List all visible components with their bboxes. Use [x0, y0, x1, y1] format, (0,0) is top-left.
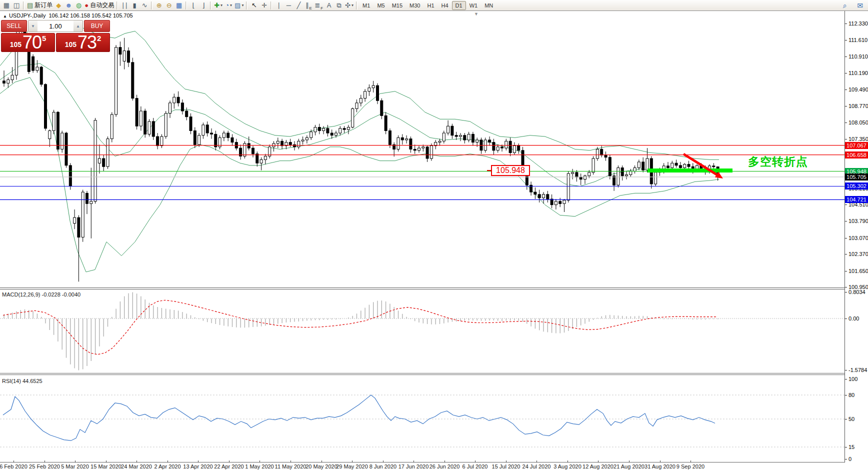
- bar-chart-icon[interactable]: ∣∣: [120, 0, 130, 10]
- time-tick: [568, 460, 568, 462]
- chart-ohlc-header: ▲USDJPY-,Daily106.142 106.158 105.542 10…: [3, 12, 136, 18]
- vertical-line-icon[interactable]: ∣: [274, 0, 284, 10]
- pane-separator[interactable]: [0, 288, 844, 288]
- annotation-text[interactable]: 多空转折点: [748, 154, 808, 170]
- trendline-icon: ╱: [296, 2, 300, 8]
- candle-body: [44, 84, 47, 128]
- chevron-down-icon[interactable]: ▾: [352, 3, 354, 8]
- text-icon[interactable]: A: [324, 0, 334, 10]
- candle-body: [554, 202, 557, 205]
- text-icon: A: [327, 2, 332, 8]
- timeframe-h4[interactable]: H4: [438, 1, 452, 10]
- tile-windows-icon[interactable]: ▦: [174, 0, 184, 10]
- cursor-icon[interactable]: ↖: [249, 0, 259, 10]
- price-label-box[interactable]: 105.948: [491, 165, 530, 176]
- time-tick: [229, 460, 230, 462]
- pane-separator[interactable]: [0, 374, 844, 375]
- channel-icon[interactable]: ∥E: [304, 0, 314, 10]
- candle-body: [276, 141, 279, 144]
- metaeditor-icon[interactable]: ◆: [54, 0, 64, 10]
- candle-body: [61, 133, 64, 149]
- candle-body: [460, 136, 462, 136]
- arrows-icon[interactable]: ✣▾: [344, 0, 354, 10]
- signal-icon: ◍: [76, 2, 82, 8]
- candle-body: [426, 147, 428, 158]
- chevron-down-icon[interactable]: ▾: [230, 3, 232, 8]
- timeframe-mn[interactable]: MN: [481, 1, 496, 10]
- search-icon[interactable]: ⌕: [840, 0, 850, 10]
- macd-tick-label: 0.8034: [848, 289, 866, 295]
- timeframe-m1[interactable]: M1: [359, 1, 374, 10]
- timeframe-m15[interactable]: M15: [388, 1, 406, 10]
- candlestick-chart-icon[interactable]: ▮: [130, 0, 140, 10]
- pane-separator[interactable]: [0, 289, 844, 290]
- sell-button[interactable]: SELL: [1, 20, 27, 32]
- time-tick: [383, 460, 384, 462]
- toolbar-separator: [23, 2, 24, 10]
- chart-shift-icon[interactable]: ▼: [474, 12, 478, 16]
- sell-price-display[interactable]: 105705: [1, 33, 55, 52]
- support-zone-bar[interactable]: [648, 168, 732, 172]
- periods-icon: ◔: [225, 2, 229, 8]
- candle-body: [98, 158, 100, 163]
- zoom-out-icon[interactable]: ⊖: [164, 0, 174, 10]
- timeframe-m30[interactable]: M30: [406, 1, 424, 10]
- candle-body: [472, 134, 474, 142]
- auto-arrange-icon[interactable]: ⌊: [188, 0, 198, 10]
- candle-body: [447, 126, 450, 133]
- candle-body: [339, 128, 342, 133]
- candle-body: [368, 88, 370, 92]
- zoom-in-icon[interactable]: ⊕: [154, 0, 164, 10]
- chevron-down-icon[interactable]: ▾: [220, 3, 222, 8]
- pane-separator[interactable]: [0, 373, 844, 374]
- publisher-icon: ☻: [65, 2, 72, 8]
- candle-body: [177, 97, 180, 103]
- ohlc-values: 106.142 106.158 105.542 105.705: [48, 12, 132, 18]
- trendline-icon[interactable]: ╱: [294, 0, 304, 10]
- volume-input[interactable]: 1.00: [38, 20, 74, 32]
- text-label-icon[interactable]: ⧉: [334, 0, 344, 10]
- volume-decrease-button[interactable]: ▼: [28, 20, 38, 32]
- new-order-button-label: 新订单: [34, 1, 52, 10]
- templates-icon[interactable]: ▨▾: [234, 0, 244, 10]
- candle-body: [264, 156, 266, 160]
- sell-price-prefix: 105: [10, 41, 22, 48]
- crosshair-icon: ✛: [262, 2, 267, 8]
- candle-body: [40, 67, 42, 84]
- buy-button[interactable]: BUY: [84, 20, 110, 32]
- timeframe-w1[interactable]: W1: [466, 1, 482, 10]
- new-order-button[interactable]: ▤新订单: [26, 0, 54, 10]
- timeframe-m5[interactable]: M5: [374, 1, 388, 10]
- timeframe-d1[interactable]: D1: [452, 1, 466, 10]
- chevron-down-icon[interactable]: ▾: [242, 3, 244, 8]
- crosshair-icon[interactable]: ✛: [259, 0, 269, 10]
- rsi-tick: [845, 379, 847, 380]
- horizontal-line-icon[interactable]: ─: [284, 0, 294, 10]
- buy-price-display[interactable]: 105732: [56, 33, 110, 52]
- candle-body: [617, 168, 620, 186]
- autotrading-button[interactable]: ●自动交易: [84, 0, 115, 10]
- macd-signal-line: [3, 300, 718, 354]
- candle-body: [115, 48, 118, 114]
- candle-body: [69, 166, 72, 186]
- line-chart-icon[interactable]: ∿: [140, 0, 150, 10]
- new-chart-icon[interactable]: ✚▾: [213, 0, 224, 10]
- toolbar-separator: [356, 2, 358, 10]
- collapse-icon[interactable]: ▲: [3, 14, 7, 18]
- candle-body: [671, 163, 674, 168]
- chat-icon[interactable]: ✉: [855, 0, 865, 10]
- candle-body: [110, 114, 113, 139]
- publisher-icon[interactable]: ☻: [64, 0, 74, 10]
- signal-icon[interactable]: ◍: [74, 0, 84, 10]
- timeframe-h1[interactable]: H1: [424, 1, 438, 10]
- market-watch-icon[interactable]: ◫: [12, 0, 22, 10]
- candle-body: [567, 174, 570, 200]
- macd-tick-label: -1.5784: [848, 367, 867, 373]
- channel-icon: ∥: [306, 2, 309, 8]
- cascade-icon[interactable]: ⌋: [198, 0, 208, 10]
- charts-grid-icon[interactable]: ▦: [2, 0, 12, 10]
- volume-increase-button[interactable]: ▲: [74, 20, 82, 32]
- fibonacci-icon[interactable]: ≣F: [314, 0, 324, 10]
- candle-body: [343, 128, 346, 130]
- periods-icon[interactable]: ◔▾: [224, 0, 234, 10]
